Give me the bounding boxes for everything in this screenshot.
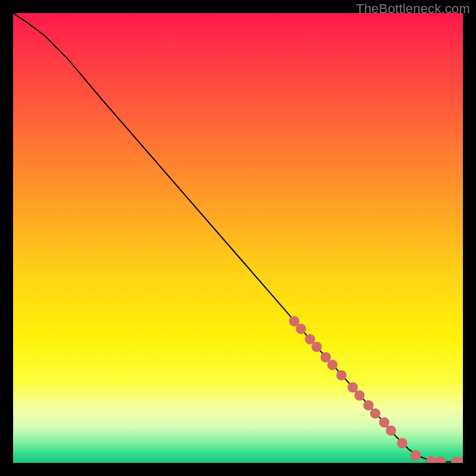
data-marker bbox=[386, 425, 396, 436]
chart-svg bbox=[13, 13, 463, 463]
data-marker bbox=[354, 390, 364, 400]
data-marker bbox=[379, 417, 389, 427]
data-marker bbox=[296, 324, 306, 334]
gradient-background bbox=[13, 13, 463, 463]
data-marker bbox=[312, 342, 322, 352]
data-marker bbox=[347, 382, 358, 392]
data-marker bbox=[364, 400, 374, 411]
chart-frame: TheBottleneck.com bbox=[0, 0, 476, 476]
data-marker bbox=[336, 370, 346, 380]
plot-area bbox=[13, 13, 463, 463]
watermark-text: TheBottleneck.com bbox=[356, 1, 470, 17]
data-marker bbox=[397, 438, 407, 448]
data-marker bbox=[370, 408, 380, 418]
data-marker bbox=[327, 360, 337, 370]
data-marker bbox=[411, 450, 421, 460]
